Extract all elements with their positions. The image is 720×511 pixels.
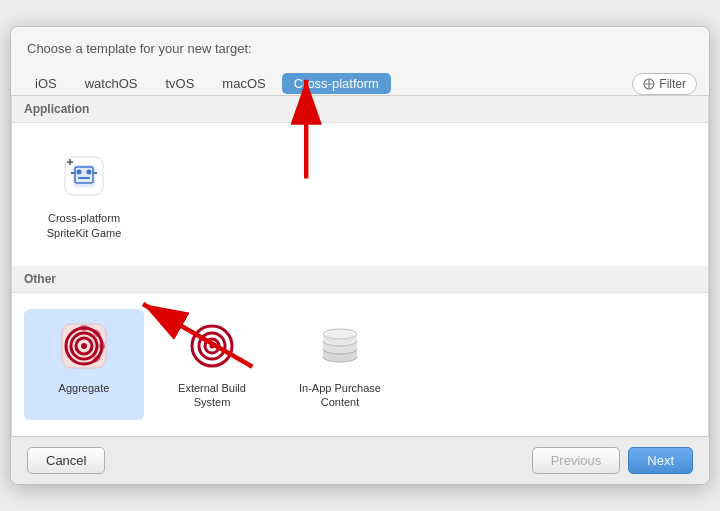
filter-button[interactable]: Filter — [632, 73, 697, 95]
svg-point-32 — [323, 329, 357, 339]
tabs-row: iOS watchOS tvOS macOS Cross-platform Fi… — [11, 66, 709, 96]
filter-label: Filter — [659, 77, 686, 91]
aggregate-icon — [57, 319, 111, 373]
tab-ios[interactable]: iOS — [23, 72, 69, 95]
spritekit-label: Cross-platform SpriteKit Game — [32, 211, 136, 240]
template-item-aggregate[interactable]: Aggregate — [24, 309, 144, 420]
svg-point-9 — [87, 170, 92, 175]
aggregate-icon-container — [57, 319, 111, 373]
aggregate-label: Aggregate — [59, 381, 110, 395]
next-button[interactable]: Next — [628, 447, 693, 474]
template-item-spritekit[interactable]: Cross-platform SpriteKit Game — [24, 139, 144, 250]
tab-cross-platform[interactable]: Cross-platform — [282, 73, 391, 94]
filter-icon — [643, 78, 655, 90]
content-area: Application — [11, 96, 709, 435]
template-dialog: Choose a template for your new target: i… — [10, 26, 710, 484]
footer-left: Cancel — [27, 447, 105, 474]
application-items-grid: Cross-platform SpriteKit Game — [12, 123, 708, 266]
previous-button[interactable]: Previous — [532, 447, 621, 474]
in-app-purchase-icon-container — [313, 319, 367, 373]
svg-point-25 — [210, 344, 215, 349]
tab-watchos[interactable]: watchOS — [73, 72, 150, 95]
section-header-application: Application — [12, 96, 708, 123]
external-build-icon — [185, 319, 239, 373]
template-item-in-app-purchase[interactable]: In-App Purchase Content — [280, 309, 400, 420]
dialog-footer: Cancel Previous Next — [11, 436, 709, 484]
tab-macos[interactable]: macOS — [210, 72, 277, 95]
cancel-button[interactable]: Cancel — [27, 447, 105, 474]
section-header-other: Other — [12, 266, 708, 293]
external-build-icon-container — [185, 319, 239, 373]
svg-rect-10 — [78, 177, 90, 179]
footer-right: Previous Next — [532, 447, 693, 474]
tab-tvos[interactable]: tvOS — [153, 72, 206, 95]
svg-point-18 — [80, 325, 88, 331]
in-app-purchase-label: In-App Purchase Content — [288, 381, 392, 410]
spritekit-icon-container — [57, 149, 111, 203]
dialog-title: Choose a template for your new target: — [27, 41, 252, 56]
external-build-label: External Build System — [160, 381, 264, 410]
svg-point-20 — [99, 342, 105, 350]
other-items-grid: Aggregate External Build System — [12, 293, 708, 436]
dialog-header: Choose a template for your new target: — [11, 27, 709, 66]
svg-point-8 — [77, 170, 82, 175]
template-item-external-build[interactable]: External Build System — [152, 309, 272, 420]
in-app-purchase-icon — [313, 319, 367, 373]
spritekit-icon — [57, 149, 111, 203]
svg-point-17 — [81, 343, 87, 349]
